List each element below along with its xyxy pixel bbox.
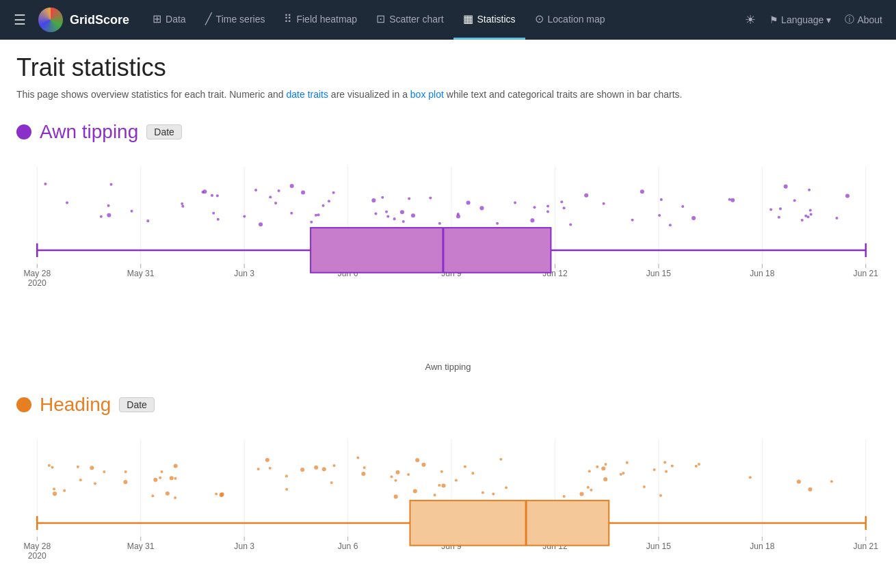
svg-point-104 [691, 216, 696, 220]
svg-point-215 [563, 495, 566, 498]
svg-point-57 [212, 212, 215, 215]
svg-point-58 [332, 191, 335, 194]
svg-point-170 [643, 485, 646, 488]
svg-point-189 [499, 458, 502, 461]
nav-label-data: Data [166, 14, 186, 25]
language-button[interactable]: ⚑ Language ▾ [764, 14, 836, 25]
page-title: Trait statistics [16, 53, 880, 82]
svg-text:May 282020: May 282020 [23, 542, 51, 561]
svg-point-145 [94, 482, 96, 485]
nav-icon-field-heatmap: ⠿ [284, 12, 292, 25]
svg-point-59 [660, 198, 663, 201]
nav-item-scatter-chart[interactable]: ⊡Scatter chart [367, 0, 453, 40]
svg-point-82 [216, 194, 219, 197]
svg-point-176 [471, 472, 474, 475]
main-content: Trait statistics This page shows overvie… [0, 40, 896, 588]
svg-point-201 [626, 462, 629, 464]
svg-point-72 [584, 193, 588, 198]
language-icon: ⚑ [769, 14, 778, 25]
svg-point-167 [830, 480, 833, 483]
svg-point-68 [533, 206, 536, 209]
svg-point-202 [415, 458, 419, 462]
svg-point-187 [151, 494, 154, 497]
boxplot-svg-heading: May 282020May 31Jun 3Jun 6Jun 9Jun 12Jun… [16, 427, 880, 588]
svg-point-63 [793, 199, 796, 202]
svg-point-148 [394, 494, 398, 498]
svg-point-103 [301, 190, 305, 194]
svg-point-66 [631, 219, 634, 222]
svg-point-100 [243, 215, 246, 217]
hamburger-button[interactable]: ☰ [8, 6, 31, 34]
svg-text:Jun 15: Jun 15 [646, 269, 672, 278]
nav-item-data[interactable]: ⊞Data [143, 0, 196, 40]
svg-point-51 [730, 198, 735, 202]
svg-point-173 [698, 463, 700, 466]
trait-section-heading: HeadingDateMay 282020May 31Jun 3Jun 6Jun… [16, 394, 880, 588]
svg-point-97 [808, 189, 811, 191]
nav-item-field-heatmap[interactable]: ⠿Field heatmap [274, 0, 367, 40]
svg-point-42 [546, 211, 549, 213]
svg-point-110 [784, 185, 788, 189]
language-label: Language [781, 14, 823, 25]
svg-point-81 [381, 196, 384, 199]
svg-point-158 [103, 470, 105, 473]
svg-point-147 [395, 479, 397, 482]
trait-dot-heading [16, 397, 31, 412]
theme-toggle-button[interactable]: ☀ [739, 7, 761, 33]
svg-point-98 [386, 215, 389, 217]
svg-point-193 [220, 492, 224, 496]
svg-point-49 [809, 209, 812, 211]
nav-icon-statistics: ▦ [463, 12, 473, 25]
svg-point-151 [464, 465, 466, 468]
svg-point-34 [110, 183, 113, 186]
svg-point-212 [153, 478, 157, 482]
svg-point-80 [66, 202, 68, 204]
svg-point-221 [63, 490, 66, 492]
about-button[interactable]: ⓘ About [839, 14, 888, 26]
svg-point-69 [315, 214, 317, 217]
svg-point-38 [560, 200, 563, 203]
svg-point-214 [363, 466, 366, 469]
svg-point-85 [254, 189, 257, 191]
svg-point-208 [285, 475, 288, 477]
nav-icon-scatter-chart: ⊡ [376, 12, 385, 25]
svg-point-53 [211, 194, 213, 197]
svg-point-35 [429, 196, 432, 199]
svg-point-41 [278, 189, 280, 192]
svg-point-83 [202, 189, 207, 193]
svg-point-65 [769, 208, 772, 211]
svg-point-48 [496, 222, 499, 225]
info-icon: ⓘ [845, 14, 854, 26]
nav-right: ☀ ⚑ Language ▾ ⓘ About [739, 7, 888, 33]
trait-name-heading: Heading [40, 394, 111, 416]
svg-point-106 [408, 197, 410, 200]
nav-item-time-series[interactable]: ╱Time series [196, 0, 275, 40]
svg-point-218 [587, 486, 590, 489]
svg-point-190 [749, 476, 752, 479]
svg-point-101 [835, 217, 838, 219]
svg-point-77 [131, 210, 133, 213]
svg-text:Jun 3: Jun 3 [234, 542, 254, 551]
svg-point-78 [778, 216, 780, 219]
svg-point-203 [79, 479, 82, 481]
trait-section-awn-tipping: Awn tippingDateMay 282020May 31Jun 3Jun … [16, 121, 880, 372]
svg-point-55 [290, 184, 294, 188]
svg-point-192 [356, 457, 359, 459]
svg-point-184 [421, 463, 425, 467]
svg-point-160 [622, 472, 624, 475]
svg-point-157 [285, 488, 288, 491]
nav-icon-data: ⊞ [153, 12, 161, 25]
svg-point-219 [663, 461, 666, 464]
svg-point-107 [259, 222, 263, 226]
svg-text:May 282020: May 282020 [23, 269, 51, 288]
boxplot-container-awn-tipping: May 282020May 31Jun 3Jun 6Jun 9Jun 12Jun… [16, 154, 880, 359]
nav-item-location-map[interactable]: ⊙Location map [525, 0, 615, 40]
svg-point-191 [492, 493, 495, 496]
nav-item-statistics[interactable]: ▦Statistics [453, 0, 525, 40]
svg-point-50 [393, 217, 396, 220]
svg-point-210 [441, 483, 445, 487]
svg-point-171 [174, 477, 176, 480]
svg-point-182 [161, 470, 163, 473]
svg-point-111 [845, 193, 849, 198]
svg-point-67 [402, 220, 405, 223]
